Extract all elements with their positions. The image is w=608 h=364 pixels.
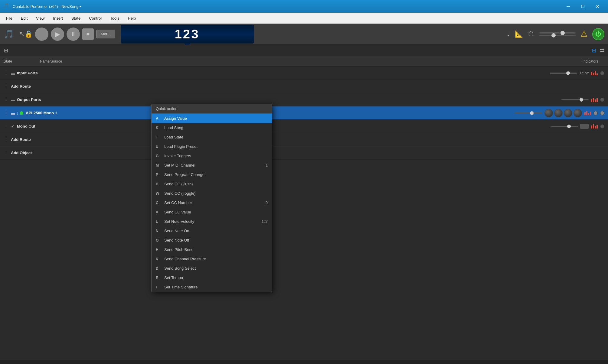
drag-handle[interactable]: ⋮ <box>4 137 8 142</box>
popup-item-send-cc-toggle[interactable]: W Send CC (Toggle) <box>152 189 272 198</box>
tempo-slider-thumb[interactable] <box>561 31 565 35</box>
quick-action-popup: Quick action A Assign Value S Load Song … <box>151 104 272 292</box>
share-icon[interactable]: ⇄ <box>600 47 604 54</box>
popup-item-send-program-change[interactable]: P Send Program Change <box>152 170 272 179</box>
maximize-button[interactable]: □ <box>576 2 590 11</box>
table-row[interactable]: ⋮ ▬ Output Ports <box>0 93 608 106</box>
mini-thumb[interactable] <box>566 71 570 75</box>
knob[interactable] <box>554 109 563 117</box>
play-button[interactable]: ▶ <box>51 28 64 41</box>
drag-handle[interactable]: ⋮ <box>4 97 8 102</box>
mini-thumb[interactable] <box>530 111 534 115</box>
timer-icon[interactable]: ⏱ <box>528 30 534 38</box>
popup-label: Send Note Off <box>164 238 264 242</box>
mini-slider[interactable] <box>561 99 589 100</box>
table-row[interactable]: ⋮ Add Route <box>0 133 608 146</box>
popup-label: Send CC Value <box>164 210 264 214</box>
popup-item-assign-value[interactable]: A Assign Value <box>152 114 272 123</box>
popup-item-send-cc-value[interactable]: V Send CC Value <box>152 207 272 217</box>
popup-item-set-cc-number[interactable]: C Set CC Number 0 <box>152 198 272 207</box>
collapse-icon[interactable]: ▬ <box>11 71 15 76</box>
level-bars <box>591 98 598 102</box>
note-icon[interactable]: ♩ <box>507 30 510 38</box>
menu-file[interactable]: File <box>2 15 16 22</box>
table-header: State Name/Source Indicators <box>0 56 608 67</box>
popup-item-load-song[interactable]: S Load Song <box>152 123 272 132</box>
volume-slider-thumb[interactable] <box>551 33 556 37</box>
table-row[interactable]: ⋮ Add Route <box>0 80 608 93</box>
menu-help[interactable]: Help <box>124 15 139 22</box>
down-arrow-icon[interactable]: ↓ <box>16 111 18 115</box>
minimize-button[interactable]: ─ <box>561 2 575 11</box>
mini-slider[interactable] <box>550 73 577 74</box>
popup-item-send-note-off[interactable]: O Send Note Off <box>152 236 272 245</box>
table-row[interactable]: ⋮ ✓ Mono Out <box>0 120 608 133</box>
popup-item-send-channel-pressure[interactable]: R Send Channel Pressure <box>152 254 272 264</box>
lock-cursor-icon[interactable]: ↖🔒 <box>19 30 33 38</box>
drag-handle[interactable]: ⋮ <box>4 83 8 89</box>
popup-label: Load Plugin Preset <box>164 144 264 149</box>
popup-item-send-note-on[interactable]: N Send Note On <box>152 226 272 236</box>
popup-item-set-note-velocity[interactable]: L Set Note Velocity 127 <box>152 217 272 226</box>
knob[interactable] <box>544 109 553 117</box>
level-bar <box>597 73 598 75</box>
tempo-slider-track[interactable] <box>539 32 576 34</box>
menu-tools[interactable]: Tools <box>106 15 123 22</box>
popup-item-set-midi-channel[interactable]: M Set MIDI Channel 1 <box>152 161 272 170</box>
popup-item-load-state[interactable]: T Load State <box>152 132 272 142</box>
record-button[interactable] <box>35 28 48 41</box>
stop-button[interactable]: ■ <box>82 28 94 40</box>
horizontal-scrollbar[interactable] <box>0 360 608 364</box>
mini-thumb[interactable] <box>580 98 583 102</box>
menu-insert[interactable]: Insert <box>49 15 67 22</box>
menu-edit[interactable]: Edit <box>17 15 31 22</box>
metronome-icon[interactable]: 📐 <box>515 30 523 38</box>
square-button[interactable] <box>580 124 589 129</box>
mini-thumb[interactable] <box>567 125 571 128</box>
row-label: Output Ports <box>17 97 41 102</box>
mini-slider[interactable] <box>515 112 542 114</box>
drag-handle[interactable]: ⋮ <box>4 110 8 116</box>
popup-item-send-song-select[interactable]: D Send Song Select <box>152 264 272 273</box>
display-number: 123 <box>175 27 199 41</box>
popup-item-set-tempo[interactable]: E Set Tempo <box>152 273 272 282</box>
menu-view[interactable]: View <box>32 15 48 22</box>
knob[interactable] <box>574 109 582 117</box>
drag-handle[interactable]: ⋮ <box>4 123 8 129</box>
drag-handle[interactable]: ⋮ <box>4 150 8 156</box>
drag-handle[interactable]: ⋮ <box>4 70 8 76</box>
popup-item-invoke-triggers[interactable]: G Invoke Triggers <box>152 151 272 161</box>
table-row[interactable]: ⋮ Add Object <box>0 146 608 160</box>
popup-item-set-time-signature[interactable]: I Set Time Signature <box>152 282 272 292</box>
popup-key: R <box>156 257 161 261</box>
power-button[interactable]: ⏻ <box>592 28 604 40</box>
collapse-icon[interactable]: ▬ <box>11 111 15 115</box>
popup-item-send-pitch-bend[interactable]: H Send Pitch Bend <box>152 245 272 254</box>
level-bar <box>595 99 596 102</box>
metronome-button[interactable]: Met... <box>96 30 115 38</box>
pause-button[interactable]: ⏸ <box>67 28 80 41</box>
main-area: ⊞ ⊟ ⇄ State Name/Source Indicators ⋮ ▬ I… <box>0 45 608 364</box>
table-row[interactable]: ⋮ ▬ ↓ API-2500 Mono 1 <box>0 106 608 120</box>
menu-bar: File Edit View Insert State Control Tool… <box>0 13 608 24</box>
menu-state[interactable]: State <box>68 15 84 22</box>
mini-slider[interactable] <box>551 126 578 127</box>
level-bars <box>591 71 598 75</box>
table-row[interactable]: ⋮ ▬ Input Ports Tr: off <box>0 67 608 80</box>
volume-slider-track[interactable] <box>539 35 576 36</box>
row-label: Mono Out <box>17 124 35 128</box>
grid-icon[interactable]: ⊞ <box>4 47 8 54</box>
collapse-icon[interactable]: ▬ <box>11 97 15 102</box>
close-button[interactable]: ✕ <box>590 2 604 11</box>
menu-control[interactable]: Control <box>85 15 105 22</box>
popup-key: N <box>156 229 161 233</box>
popup-label: Send Program Change <box>164 172 264 177</box>
popup-item-send-cc-push[interactable]: B Send CC (Push) <box>152 179 272 189</box>
popup-item-load-plugin-preset[interactable]: U Load Plugin Preset <box>152 142 272 151</box>
level-bars <box>591 124 598 128</box>
table-body: ⋮ ▬ Input Ports Tr: off ⋮ Add Route <box>0 67 608 364</box>
knob[interactable] <box>564 109 572 117</box>
layout-grid-icon[interactable]: ⊟ <box>592 47 596 54</box>
popup-key: I <box>156 285 161 289</box>
popup-key: B <box>156 182 161 186</box>
